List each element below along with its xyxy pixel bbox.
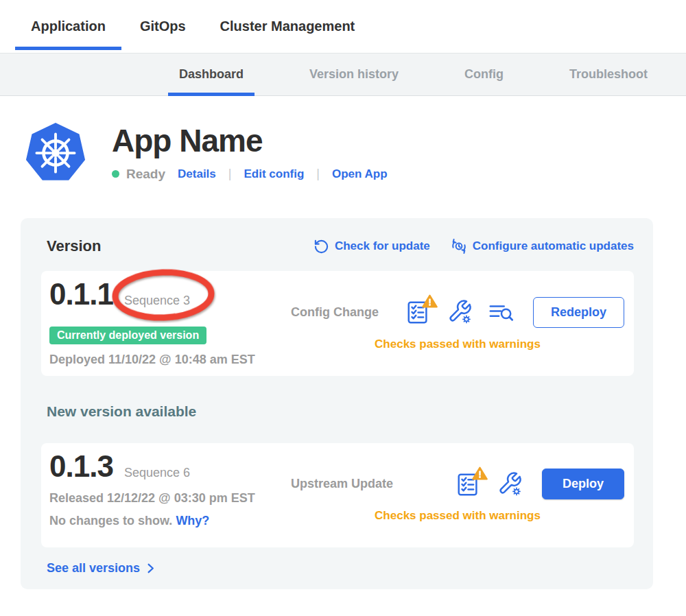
status-badge: Ready <box>126 167 165 182</box>
diff-summary-text: No changes to show. <box>49 514 172 528</box>
view-diff-icon[interactable] <box>488 298 515 327</box>
configure-automatic-updates-label: Configure automatic updates <box>473 239 634 253</box>
sub-tab-label: Troubleshoot <box>569 67 648 82</box>
top-nav: Application GitOps Cluster Management <box>0 0 686 53</box>
warning-triangle-icon <box>472 466 488 480</box>
preflight-checks-icon[interactable] <box>456 470 483 499</box>
details-link[interactable]: Details <box>178 167 216 181</box>
tab-troubleshoot[interactable]: Troubleshoot <box>558 54 659 95</box>
configure-automatic-updates-link[interactable]: Configure automatic updates <box>451 238 634 254</box>
sub-tab-label: Dashboard <box>179 67 244 82</box>
current-version-sequence: Sequence 3 <box>124 294 190 308</box>
deployed-timestamp: Deployed 11/10/22 @ 10:48 am EST <box>49 353 291 367</box>
current-version-card: 0.1.1 Sequence 3 Currently deployed vers… <box>41 271 634 376</box>
warning-triangle-icon <box>422 294 438 308</box>
top-tab-label: Cluster Management <box>220 19 355 34</box>
preflight-status-text: Checks passed with warnings <box>291 337 624 351</box>
preflight-status-text: Checks passed with warnings <box>291 509 624 523</box>
open-app-link[interactable]: Open App <box>332 167 388 181</box>
version-section-title: Version <box>47 237 101 255</box>
refresh-icon <box>314 239 329 254</box>
top-tab-application[interactable]: Application <box>15 0 121 53</box>
wrench-gear-icon[interactable] <box>497 470 524 499</box>
sub-tab-label: Version history <box>309 67 399 82</box>
current-version-number: 0.1.1 <box>49 281 113 308</box>
top-tab-cluster-management[interactable]: Cluster Management <box>204 0 371 53</box>
status-dot-icon <box>112 170 119 178</box>
top-tab-label: GitOps <box>140 19 186 34</box>
available-version-card: 0.1.3 Sequence 6 Released 12/12/22 @ 03:… <box>41 443 634 547</box>
sub-nav: Dashboard Version history Config Trouble… <box>0 53 686 96</box>
page-title: App Name <box>112 123 388 158</box>
why-link[interactable]: Why? <box>176 514 209 528</box>
current-version-source: Config Change <box>291 305 379 320</box>
diff-summary: No changes to show. Why? <box>49 514 291 528</box>
top-tab-gitops[interactable]: GitOps <box>124 0 202 53</box>
deploy-button[interactable]: Deploy <box>542 469 624 499</box>
version-panel: Version Check for update C <box>21 218 653 589</box>
check-for-update-link[interactable]: Check for update <box>314 239 430 254</box>
see-all-versions-link[interactable]: See all versions <box>47 561 157 576</box>
edit-config-link[interactable]: Edit config <box>244 167 304 181</box>
see-all-versions-label: See all versions <box>47 561 140 576</box>
tab-dashboard[interactable]: Dashboard <box>168 54 255 95</box>
check-for-update-label: Check for update <box>335 239 430 253</box>
released-timestamp: Released 12/12/22 @ 03:30 pm EST <box>49 491 291 506</box>
app-header: App Name Ready Details | Edit config | O… <box>24 121 686 187</box>
available-version-source: Upstream Update <box>291 477 393 491</box>
wrench-gear-icon[interactable] <box>447 298 474 327</box>
auto-update-clock-icon <box>451 238 467 254</box>
top-tab-label: Application <box>31 19 106 34</box>
redeploy-button[interactable]: Redeploy <box>533 297 624 328</box>
available-version-number: 0.1.3 <box>49 453 113 480</box>
new-version-heading: New version available <box>47 403 634 420</box>
available-version-sequence: Sequence 6 <box>124 466 190 480</box>
currently-deployed-badge: Currently deployed version <box>49 327 206 344</box>
sub-tab-label: Config <box>464 67 504 82</box>
tab-config[interactable]: Config <box>453 54 514 95</box>
tab-version-history[interactable]: Version history <box>298 54 410 95</box>
separator: | <box>228 167 232 181</box>
kubernetes-logo-icon <box>24 121 87 187</box>
preflight-checks-icon[interactable] <box>405 298 433 327</box>
separator: | <box>316 167 320 181</box>
chevron-right-icon <box>144 562 157 575</box>
